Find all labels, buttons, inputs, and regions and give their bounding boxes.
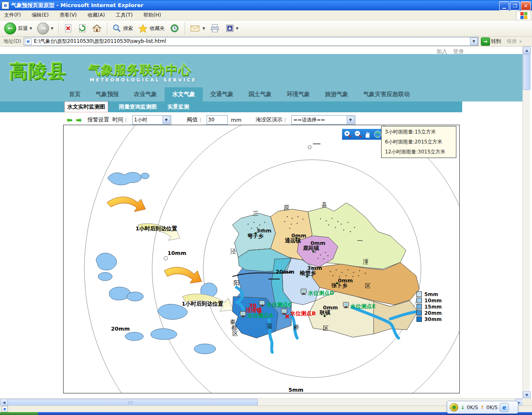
vertical-scroll-thumb[interactable] [523, 54, 530, 90]
go-button[interactable]: → 转到 [481, 37, 501, 46]
search-icon [112, 24, 121, 33]
address-dropdown-icon[interactable]: ▼ [470, 37, 478, 45]
start-button[interactable] [0, 412, 38, 415]
site-header: 高陵县 气象服务联动中心 METEOROLOGICAL SERVICE [0, 54, 522, 87]
forward-dropdown-icon[interactable]: ▼ [51, 27, 53, 30]
contour-label-20mm: 20mm [111, 326, 130, 332]
flood-demo-select[interactable]: ==请选择== ▼ [291, 115, 355, 125]
time-label: 时间： [113, 116, 129, 124]
subnav-rain-query-map[interactable]: 雨量查询监测图 [119, 103, 157, 111]
nav-traffic[interactable]: 交通气象 [203, 87, 241, 101]
browser-toolbar: ← 后退 ▼ → ▼ [0, 20, 532, 37]
links-label[interactable]: 链接 [507, 38, 517, 45]
mail-button[interactable]: ▼ [188, 23, 207, 33]
nav-environment[interactable]: 环境气象 [279, 87, 318, 101]
arrival-label-2: 1小时后到达位置 [182, 301, 223, 307]
nav-disaster-emergency[interactable]: 气象灾害应急联动 [356, 87, 417, 101]
menu-file[interactable]: 文件(F) [4, 12, 21, 19]
main-nav: 首页 气象预报 农业气象 水文气象 交通气象 国土气象 环境气象 旅游气象 气象… [0, 87, 522, 101]
close-button[interactable]: ✕ [521, 1, 531, 10]
svg-text:潼: 潼 [363, 258, 369, 265]
back-icon: ← [4, 22, 16, 35]
subnav-realtime-map[interactable]: 水文实时监测图 [64, 101, 108, 112]
rainfall-12h: 12小时面雨量:3015立方米 [385, 148, 456, 156]
refresh-button[interactable] [76, 23, 89, 34]
page-content: 加入 登录 高陵县 气象服务联动中心 METEOROLOGICAL SERVIC… [0, 47, 522, 398]
svg-text:原: 原 [283, 204, 289, 211]
svg-text:区: 区 [232, 330, 238, 337]
hydrology-map: 10mm 20mm 5mm 20mm 1小时后到达位置 1小时后到达位置 弯子乡… [64, 125, 459, 393]
net-speed-widget[interactable]: ↓ 0K/S ↑ 0K/S e [447, 401, 518, 414]
stop-button[interactable] [62, 23, 74, 34]
address-label: 地址(D) [3, 38, 21, 45]
address-input[interactable] [33, 38, 468, 45]
next-arrow-icon[interactable]: ➡ [76, 116, 81, 124]
nav-agriculture[interactable]: 农业气象 [126, 87, 165, 101]
nav-home[interactable]: 首页 [62, 87, 88, 101]
menu-edit[interactable]: 编辑(E) [32, 12, 49, 19]
nav-land[interactable]: 国土气象 [241, 87, 279, 101]
nav-hydrology[interactable]: 水文气象 [165, 87, 203, 101]
pan-hand-icon[interactable] [364, 130, 372, 138]
threshold-input[interactable] [207, 115, 228, 125]
address-bar: 地址(D) e ▼ → 转到 链接 » [0, 37, 532, 47]
go-icon: → [481, 37, 490, 46]
back-button[interactable]: ← 后退 ▼ [2, 22, 34, 35]
zoom-in-icon[interactable] [344, 130, 352, 138]
map-area[interactable]: 10mm 20mm 5mm 20mm 1小时后到达位置 1小时后到达位置 弯子乡… [63, 125, 460, 393]
threshold-label: 阀值： [187, 116, 203, 124]
legend-swatch [416, 291, 422, 297]
ie-tray-icon[interactable]: e [500, 403, 509, 412]
print-button[interactable] [208, 23, 222, 34]
nav-weather-forecast[interactable]: 气象预报 [88, 87, 126, 101]
station-D-label: 水位测点D [308, 290, 334, 296]
subnav-live-monitor[interactable]: 实景监测 [167, 103, 189, 111]
svg-text:区: 区 [323, 325, 329, 331]
horizontal-scrollbar[interactable]: ◀ ▶ [0, 398, 522, 406]
history-icon [170, 23, 180, 33]
window-title: 气象预报页面原型 - Microsoft Internet Explorer [11, 2, 143, 9]
windows-logo [516, 11, 531, 20]
time-select[interactable]: 1小时 ▼ [132, 115, 171, 125]
scroll-up-icon[interactable]: ▲ [523, 47, 531, 54]
search-button[interactable]: 搜索 [111, 23, 135, 34]
menu-favorites[interactable]: 收藏(A) [88, 12, 105, 19]
nav-tourism[interactable]: 旅游气象 [318, 87, 356, 101]
menu-tools[interactable]: 工具(T) [116, 12, 133, 19]
ie-app-icon: e [2, 2, 9, 9]
forward-button[interactable]: → ▼ [35, 22, 55, 35]
home-button[interactable] [90, 23, 103, 34]
menu-help[interactable]: 帮助(H) [143, 12, 161, 19]
legend-swatch [416, 298, 422, 303]
contour-label-10mm: 10mm [167, 250, 186, 256]
svg-text:3mm: 3mm [307, 265, 322, 271]
svg-text:0mm: 0mm [310, 240, 325, 246]
menu-view[interactable]: 查看(V) [59, 12, 77, 19]
user-strip: 加入 登录 [0, 47, 522, 54]
edit-button[interactable]: ▼ [224, 23, 240, 33]
stop-icon [64, 24, 73, 33]
minimize-button[interactable]: ▁ [499, 1, 509, 10]
svg-text:阳: 阳 [234, 279, 239, 286]
menu-bar: 文件(F) 编辑(E) 查看(V) 收藏(A) 工具(T) 帮助(H) [0, 10, 532, 20]
address-field[interactable]: e ▼ [24, 37, 478, 46]
back-dropdown-icon[interactable]: ▼ [30, 27, 32, 30]
logo-title: 气象服务联动中心 [88, 62, 191, 79]
globe-icon[interactable] [374, 130, 382, 138]
history-button[interactable] [168, 22, 181, 34]
prev-arrow-icon[interactable]: ⬅ [66, 116, 72, 124]
scroll-down-icon[interactable]: ▼ [523, 391, 531, 399]
sub-nav: 水文实时监测图 雨量查询监测图 实景监测 [0, 101, 462, 112]
svg-text:3mm: 3mm [256, 227, 271, 234]
restore-button[interactable]: ❐ [510, 1, 520, 10]
vertical-scrollbar[interactable]: ▲ ▼ [522, 47, 530, 398]
zoom-out-icon[interactable] [354, 130, 362, 138]
svg-text:区: 区 [365, 282, 371, 289]
flood-demo-label: 淹没区演示： [256, 116, 288, 124]
legend-swatch [416, 310, 422, 316]
svg-text:一: 一 [357, 237, 363, 244]
edit-icon [226, 24, 234, 32]
favorites-button[interactable]: 收藏夹 [136, 23, 166, 34]
refresh-icon [78, 24, 87, 33]
svg-text:县: 县 [321, 201, 327, 208]
